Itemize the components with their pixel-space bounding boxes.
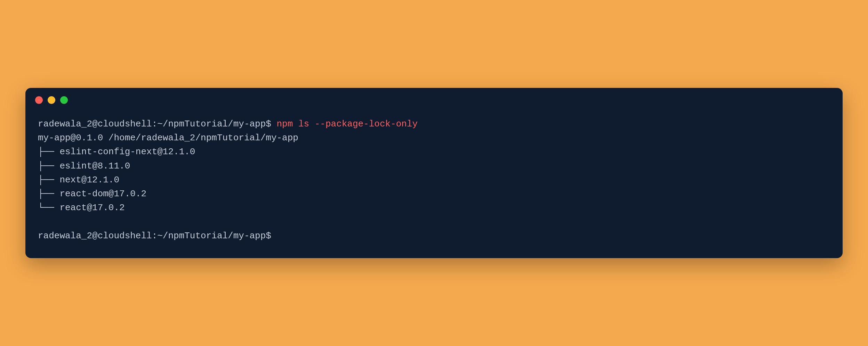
tree-line: ├── eslint-config-next@12.1.0	[38, 145, 830, 159]
tree-line: └── react@17.0.2	[38, 201, 830, 215]
terminal-window: radewala_2@cloudshell:~/npmTutorial/my-a…	[25, 88, 843, 258]
close-icon[interactable]	[35, 96, 43, 104]
prompt-line-1: radewala_2@cloudshell:~/npmTutorial/my-a…	[38, 117, 830, 131]
tree-line: ├── react-dom@17.0.2	[38, 187, 830, 201]
terminal-content[interactable]: radewala_2@cloudshell:~/npmTutorial/my-a…	[25, 107, 843, 258]
prompt-line-2: radewala_2@cloudshell:~/npmTutorial/my-a…	[38, 229, 830, 243]
shell-prompt: radewala_2@cloudshell:~/npmTutorial/my-a…	[38, 231, 271, 241]
minimize-icon[interactable]	[48, 96, 55, 104]
titlebar	[25, 88, 843, 107]
maximize-icon[interactable]	[60, 96, 68, 104]
output-header: my-app@0.1.0 /home/radewala_2/npmTutoria…	[38, 131, 830, 145]
blank-line	[38, 215, 830, 229]
tree-line: ├── next@12.1.0	[38, 173, 830, 187]
tree-line: ├── eslint@8.11.0	[38, 159, 830, 173]
shell-prompt: radewala_2@cloudshell:~/npmTutorial/my-a…	[38, 119, 277, 129]
shell-command: npm ls --package-lock-only	[277, 119, 418, 129]
